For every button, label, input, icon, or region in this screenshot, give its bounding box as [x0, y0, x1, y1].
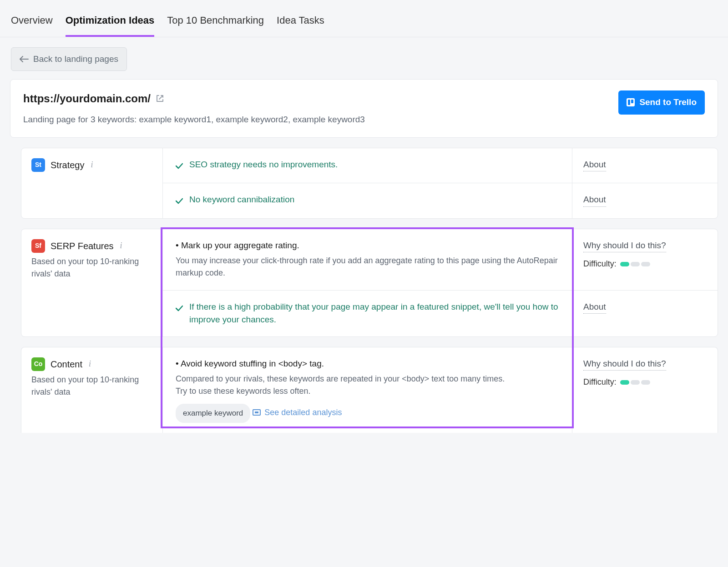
- external-link-icon[interactable]: [155, 94, 164, 103]
- page-url-text: https://yourdomain.com/: [23, 90, 151, 107]
- content-title: Content: [51, 357, 82, 371]
- arrow-left-icon: [20, 52, 29, 66]
- info-icon[interactable]: i: [88, 358, 92, 370]
- content-label-col: Co Content i Based on your top 10-rankin…: [21, 347, 162, 433]
- why-link[interactable]: Why should I do this?: [583, 239, 666, 253]
- check-icon: [176, 160, 183, 173]
- content-row-1-body2: Try to use these keywords less often.: [176, 385, 559, 397]
- strategy-row-1-right: About: [572, 148, 718, 183]
- document-icon: [253, 409, 261, 416]
- back-button[interactable]: Back to landing pages: [11, 47, 127, 71]
- content-panel: Co Content i Based on your top 10-rankin…: [21, 347, 718, 433]
- tab-optimization-ideas[interactable]: Optimization Ideas: [66, 8, 155, 37]
- serp-row-2-right: About: [572, 290, 718, 336]
- strategy-row-1-text: SEO strategy needs no improvements.: [189, 158, 338, 171]
- content-row-1-right: Why should I do this? Difficulty:: [572, 347, 718, 433]
- strategy-badge: St: [31, 158, 45, 172]
- keyword-chip[interactable]: example keyword: [176, 404, 250, 423]
- strategy-title: Strategy: [51, 158, 84, 172]
- difficulty-bar: [620, 380, 650, 385]
- serp-row-2-mid: If there is a high probability that your…: [162, 290, 572, 336]
- serp-row-1-title: Mark up your aggregate rating.: [176, 239, 559, 252]
- check-icon: [176, 302, 183, 316]
- strategy-row-2: No keyword cannibalization About: [21, 183, 718, 218]
- about-link[interactable]: About: [583, 158, 606, 172]
- serp-title: SERP Features: [51, 239, 114, 253]
- content-badge: Co: [31, 357, 45, 371]
- strategy-label-col: St Strategy i: [21, 148, 162, 183]
- detailed-label: See detailed analysis: [264, 406, 342, 419]
- info-icon[interactable]: i: [119, 240, 123, 252]
- difficulty-label: Difficulty:: [583, 376, 617, 388]
- see-detailed-analysis-link[interactable]: See detailed analysis: [253, 406, 342, 419]
- serp-desc: Based on your top 10-ranking rivals' dat…: [31, 256, 153, 280]
- check-icon: [176, 195, 183, 208]
- page-header-left: https://yourdomain.com/ Landing page for…: [23, 90, 365, 126]
- tab-benchmarking[interactable]: Top 10 Benchmarking: [167, 8, 264, 37]
- page-header-card: https://yourdomain.com/ Landing page for…: [10, 79, 718, 138]
- page-subhead: Landing page for 3 keywords: example key…: [23, 113, 365, 126]
- content-desc: Based on your top 10-ranking rivals' dat…: [31, 374, 153, 398]
- serp-row-2: If there is a high probability that your…: [21, 290, 718, 336]
- difficulty-row: Difficulty:: [583, 258, 707, 270]
- strategy-row-1-mid: SEO strategy needs no improvements.: [162, 148, 572, 183]
- serp-row-1-body: You may increase your click-through rate…: [176, 255, 559, 279]
- strategy-panel: St Strategy i SEO strategy needs no impr…: [21, 148, 718, 219]
- serp-row-1-right: Why should I do this? Difficulty:: [572, 229, 718, 290]
- send-to-trello-button[interactable]: Send to Trello: [618, 90, 705, 115]
- difficulty-row: Difficulty:: [583, 376, 707, 388]
- content-row-1: Co Content i Based on your top 10-rankin…: [21, 347, 718, 433]
- serp-row-1: Sf SERP Features i Based on your top 10-…: [21, 229, 718, 290]
- strategy-row-2-mid: No keyword cannibalization: [162, 183, 572, 218]
- back-button-label: Back to landing pages: [33, 53, 118, 66]
- serp-row-2-text: If there is a high probability that your…: [189, 301, 559, 326]
- tabs-bar: Overview Optimization Ideas Top 10 Bench…: [0, 0, 728, 37]
- about-link[interactable]: About: [583, 193, 606, 207]
- serp-label-col: Sf SERP Features i Based on your top 10-…: [21, 229, 162, 290]
- serp-panel: Sf SERP Features i Based on your top 10-…: [21, 229, 718, 337]
- content-row-1-body1: Compared to your rivals, these keywords …: [176, 373, 559, 385]
- info-icon[interactable]: i: [90, 159, 94, 171]
- content-row-1-mid: Avoid keyword stuffing in <body> tag. Co…: [162, 347, 572, 433]
- trello-icon: [627, 98, 635, 106]
- strategy-row-1: St Strategy i SEO strategy needs no impr…: [21, 148, 718, 183]
- content-row-1-title: Avoid keyword stuffing in <body> tag.: [176, 357, 559, 371]
- trello-button-label: Send to Trello: [639, 96, 697, 109]
- strategy-row-2-text: No keyword cannibalization: [189, 193, 294, 206]
- strategy-row-2-right: About: [572, 183, 718, 218]
- difficulty-label: Difficulty:: [583, 258, 617, 270]
- difficulty-bar: [620, 262, 650, 266]
- why-link[interactable]: Why should I do this?: [583, 357, 666, 371]
- tab-overview[interactable]: Overview: [11, 8, 53, 37]
- page-url: https://yourdomain.com/: [23, 90, 164, 107]
- serp-badge: Sf: [31, 239, 45, 253]
- tab-idea-tasks[interactable]: Idea Tasks: [277, 8, 324, 37]
- about-link[interactable]: About: [583, 301, 606, 314]
- serp-row-1-mid: Mark up your aggregate rating. You may i…: [162, 229, 572, 290]
